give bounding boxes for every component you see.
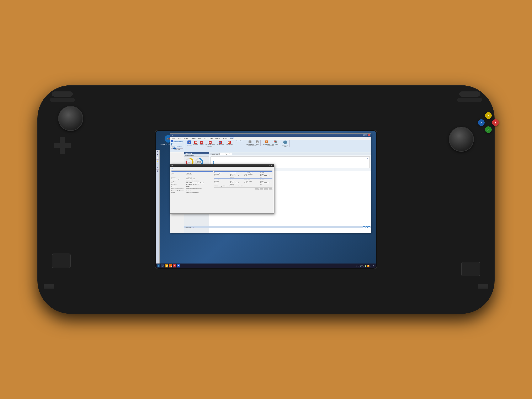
support-label[interactable]: Search Support [173, 146, 182, 147]
menu-home[interactable]: Home [171, 137, 176, 139]
user-value: REQMAN [186, 172, 191, 174]
nav-icon-4[interactable]: 📁 [156, 160, 159, 163]
menu-plan[interactable]: Plan [198, 137, 202, 139]
dashboard-header: Dashboard [184, 152, 209, 154]
local-tcp-port: Local TCP port: 33921 [244, 174, 272, 175]
left-trigger[interactable] [52, 91, 73, 97]
tab-startpage-2[interactable]: Start Page ✕ [220, 153, 232, 155]
right-controls: Y X B A [376, 85, 494, 314]
settings-tray-icon[interactable]: ⚙ [355, 265, 357, 267]
volume-tray-icon[interactable]: 🔊 [360, 265, 362, 267]
up-arrow-tray-icon[interactable]: ▲ [370, 265, 372, 267]
firefox-icon[interactable]: 🦊 [169, 264, 172, 267]
steam-tray-icon[interactable]: ⊙ [358, 265, 359, 267]
word-icon[interactable]: W [177, 264, 180, 267]
nav-icon-7[interactable]: ⚙ [156, 170, 159, 173]
cds-discovery: CDS discovery: CDS specified by the host… [214, 185, 272, 187]
ribbon-btn-userguides[interactable]: 📚 User Guides [271, 140, 279, 145]
collapse-icon[interactable]: ▲ [367, 158, 369, 160]
resources-button[interactable] [255, 189, 259, 190]
contents-label[interactable]: Contents [173, 143, 178, 145]
tab-startpage-1[interactable]: Start Page [210, 153, 220, 155]
cds-status-button[interactable] [260, 189, 263, 190]
client-platform-label: Platform: [244, 175, 260, 178]
menu-window[interactable]: Window [222, 137, 228, 139]
nav-icon-2[interactable]: ▶ [156, 153, 159, 156]
menu-review[interactable]: Review [183, 137, 189, 139]
about-row-lang-cat: Language Catalogues: /opt/cradle/admin/m… [171, 188, 213, 190]
ribbon-btn-sysml[interactable]: 🔷 SysML Tutorial [216, 141, 225, 146]
nav-icon-1[interactable]: ◀ [156, 150, 159, 153]
files-icon[interactable]: 📁 [165, 264, 168, 267]
ribbon-btn-release-notes[interactable]: 📝 Release Notes [225, 141, 234, 146]
left-controls [38, 85, 156, 314]
steam-icon[interactable]: ⊙ [157, 264, 160, 267]
cds-locale: Locale: English (United States) [214, 182, 242, 185]
using-cds-on: Using CDS on: localhost [214, 179, 242, 181]
ribbon-btn-outofbox[interactable]: 📦 Out of the Box [262, 140, 271, 145]
wifi-tray-icon[interactable]: 📶 [367, 265, 369, 267]
bluetooth-tray-icon[interactable]: ⬡ [362, 265, 364, 267]
menu-item[interactable]: Item [177, 137, 181, 139]
right-trackpad[interactable] [461, 262, 480, 276]
monitor-tray-icon[interactable]: 🖥 [372, 265, 374, 267]
left-joystick[interactable] [58, 106, 83, 131]
about-dialog-controls: ✕ [269, 165, 272, 166]
copyright-button[interactable] [264, 189, 268, 190]
x-button[interactable]: X [478, 119, 485, 126]
left-trackpad[interactable] [52, 253, 71, 268]
menu-project[interactable]: Project [215, 137, 220, 139]
project-summary-header: Project Summary [184, 154, 209, 157]
right-bumper[interactable] [457, 98, 482, 102]
menu-help[interactable]: Help [230, 137, 234, 139]
client-address: Address: 127.0.0.1 [214, 174, 242, 175]
right-trigger[interactable] [459, 91, 480, 97]
left-nav-icons: ◀ ▶ 📋 📁 🔍 ★ ⚙ [156, 150, 160, 264]
client-platform-value: "SteamOS Holo" 64-bit [260, 175, 272, 178]
about-minimize[interactable] [269, 165, 270, 166]
workbench-help-label[interactable]: WorkBench Help [173, 141, 183, 142]
minimize-button[interactable]: ─ [363, 134, 365, 136]
next-btn[interactable]: ▶▶ [368, 226, 370, 228]
support-search-icon: 🔍 [171, 145, 172, 147]
ribbon-btn-workbench[interactable]: ℹ WorkBench [282, 140, 289, 146]
cradle-titlebar: W ─ □ ✕ [170, 134, 371, 137]
nav-icon-3[interactable]: 📋 [156, 156, 159, 160]
ribbon-btn-legal[interactable]: ⚖ Legal [254, 140, 260, 145]
a-button[interactable]: A [485, 126, 492, 133]
cds-locale-label: Locale: [214, 182, 230, 185]
nav-icon-5[interactable]: 🔍 [156, 163, 159, 166]
ribbon-btn-new-project[interactable]: 📋 Now Project Tutorial [204, 141, 216, 146]
close-app-icon[interactable]: ✕ [173, 264, 176, 267]
y-button[interactable]: Y [485, 112, 492, 119]
about-row-project: Project: DEMO PID: DEM001 [171, 180, 213, 182]
dpad[interactable] [54, 137, 71, 154]
menu-tools[interactable]: Tools [209, 137, 213, 139]
ribbon-btn-startpage[interactable]: 🏠 Start Page [186, 140, 193, 146]
prev-btn[interactable]: ◀◀ [363, 226, 365, 228]
menu-publish[interactable]: Publish [190, 137, 196, 139]
ribbon-btn-administration[interactable]: ⚙ Administration [246, 140, 254, 145]
menu-test[interactable]: Test [203, 137, 207, 139]
b-button[interactable]: B [492, 119, 499, 126]
tab-close-icon[interactable]: ✕ [229, 153, 230, 155]
play-btn[interactable]: ▶ [366, 226, 368, 228]
cradle-logo [171, 169, 173, 169]
right-joystick[interactable] [449, 127, 474, 152]
network-manager-icon[interactable]: ⇄ [161, 264, 164, 267]
nav-icon-6[interactable]: ★ [156, 166, 159, 170]
about-dialog-content: ℹ User: REQMAN Te [170, 167, 274, 213]
close-dialog-button[interactable] [269, 189, 272, 190]
client-locale-label: Locale: [214, 175, 230, 178]
ribbon-btn-tutorial[interactable]: 📖 Tutorial [199, 141, 204, 146]
cds-address: Address: 127.0.0.1 [214, 181, 242, 182]
left-bumper[interactable] [50, 98, 75, 102]
battery-tray-icon[interactable]: 🔋 [365, 265, 367, 267]
ribbon-section-startpage: 🏠 Start Page 📊 Overview 📖 [185, 140, 235, 147]
about-dialog-buttons [214, 187, 272, 190]
ribbon-btn-overview[interactable]: 📊 Overview [193, 141, 199, 146]
index-label[interactable]: Index [173, 147, 176, 148]
admin-section-label: Administration Legal [248, 145, 257, 146]
link-overview[interactable] [212, 161, 369, 163]
about-close[interactable]: ✕ [271, 165, 272, 166]
